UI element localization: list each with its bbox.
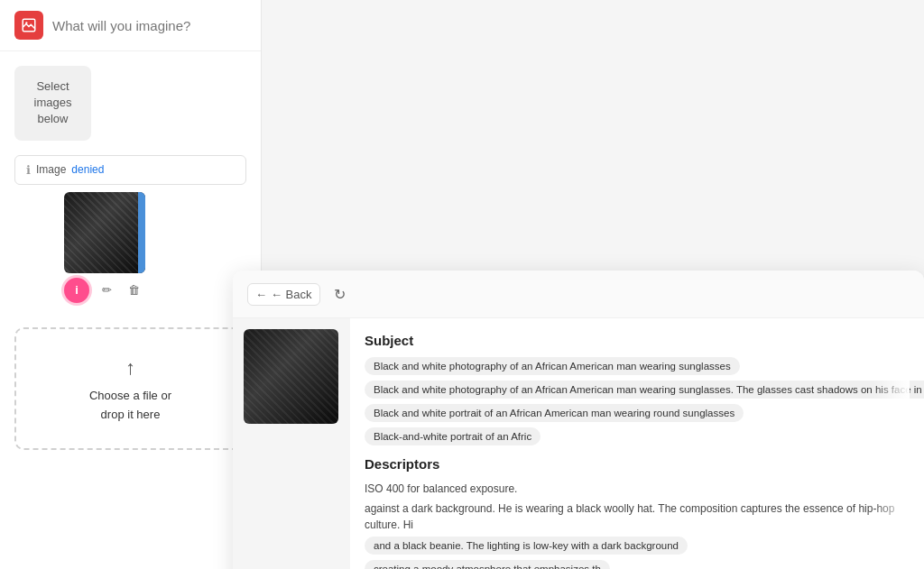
- left-panel: Select images below ℹ Image denied i ✏ 🗑: [0, 0, 262, 569]
- detail-text-column: Subject Black and white photography of a…: [350, 318, 924, 569]
- back-button[interactable]: ← ← Back: [247, 283, 320, 306]
- image-icon: [21, 17, 37, 33]
- detail-thumb-lines: [244, 329, 338, 424]
- delete-icon: 🗑: [128, 283, 140, 297]
- subject-tags-row-1: Black and white photography of an Africa…: [365, 357, 910, 375]
- descriptors-title: Descriptors: [365, 456, 910, 472]
- upload-label-line1: Choose a file or: [89, 389, 171, 402]
- image-denied-label: Image: [36, 163, 66, 176]
- detail-thumbnail: [244, 329, 338, 424]
- thumbnail-image: [64, 192, 145, 273]
- subject-tag-3[interactable]: Black and white portrait of an African A…: [365, 404, 744, 422]
- subject-tag-2[interactable]: Black and white photography of an Africa…: [365, 381, 924, 399]
- select-images-area: Select images below: [0, 51, 261, 155]
- subject-section: Subject Black and white photography of a…: [365, 333, 910, 445]
- subject-tags-row-3: Black and white portrait of an African A…: [365, 404, 910, 445]
- thumbnail-blue-bar: [138, 192, 145, 273]
- detail-header: ← ← Back ↻: [233, 271, 924, 318]
- descriptor-tags-row-1: and a black beanie. The lighting is low-…: [365, 537, 910, 569]
- info-icon: i: [75, 283, 79, 297]
- back-arrow-icon: ←: [255, 288, 267, 301]
- subject-title: Subject: [365, 333, 910, 348]
- subject-tags-row-2: Black and white photography of an Africa…: [365, 381, 910, 399]
- edit-button[interactable]: ✏: [97, 280, 116, 300]
- select-images-button[interactable]: Select images below: [14, 66, 91, 141]
- descriptor-line-2: against a dark background. He is wearing…: [365, 500, 910, 533]
- app-icon: [14, 11, 43, 40]
- descriptor-line-1: ISO 400 for balanced exposure.: [365, 481, 910, 497]
- subject-tag-1[interactable]: Black and white photography of an Africa…: [365, 357, 740, 375]
- thumbnail-area: i ✏ 🗑: [14, 192, 246, 282]
- upload-icon: ↑: [125, 356, 135, 380]
- subject-tag-4[interactable]: Black-and-white portrait of an Afric: [365, 427, 541, 445]
- upload-label-line2: drop it here: [101, 408, 161, 421]
- info-button[interactable]: i: [64, 278, 89, 303]
- detail-panel: ← ← Back ↻ Subject Black and white photo…: [233, 271, 924, 569]
- thumbnail-lines: [64, 192, 145, 273]
- back-label: ← Back: [271, 288, 312, 301]
- thumbnail-inner: [64, 192, 145, 273]
- search-bar: [0, 0, 261, 51]
- upload-area[interactable]: ↑ Choose a file or drop it here: [14, 327, 246, 450]
- image-denied-bar: ℹ Image denied: [14, 155, 246, 185]
- descriptors-section: Descriptors ISO 400 for balanced exposur…: [365, 456, 910, 569]
- edit-icon: ✏: [102, 283, 112, 297]
- refresh-button[interactable]: ↻: [328, 281, 353, 307]
- denied-status: denied: [71, 163, 104, 176]
- delete-button[interactable]: 🗑: [124, 280, 143, 300]
- info-circle-icon: ℹ: [26, 163, 31, 177]
- detail-content: Subject Black and white photography of a…: [233, 318, 924, 569]
- detail-image-column: [233, 318, 350, 569]
- thumbnail-actions: i ✏ 🗑: [64, 278, 143, 303]
- desc-tag-1[interactable]: and a black beanie. The lighting is low-…: [365, 537, 688, 555]
- search-input[interactable]: [52, 18, 246, 33]
- refresh-icon: ↻: [334, 286, 346, 303]
- desc-tag-2[interactable]: creating a moody atmosphere that emphasi…: [365, 560, 610, 569]
